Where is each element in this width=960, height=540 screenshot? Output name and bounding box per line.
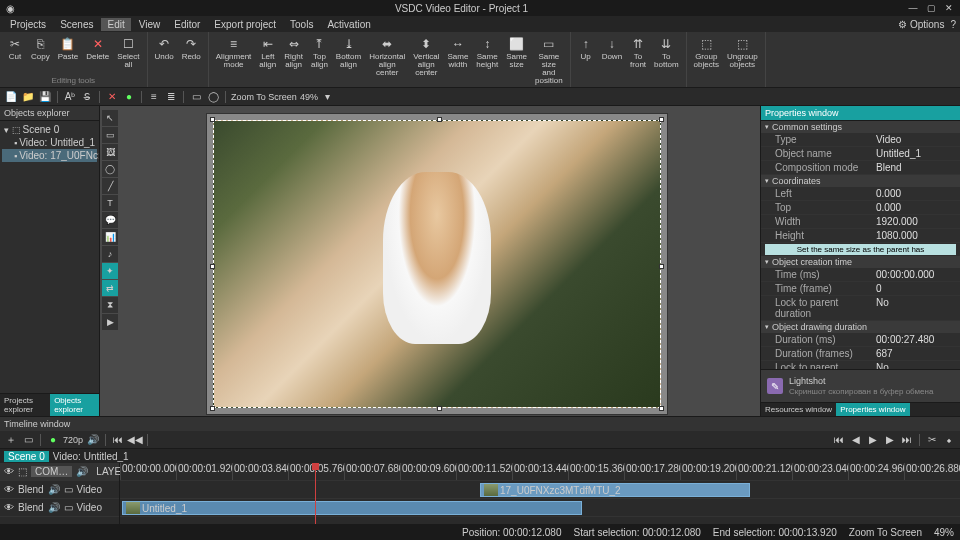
text-tool-icon[interactable]: T <box>102 195 118 211</box>
tl-step-back-icon[interactable]: ◀ <box>849 433 863 447</box>
prop-row[interactable]: Duration (frames)687 <box>761 347 960 361</box>
down-button[interactable]: ↓Down <box>599 34 625 63</box>
timeline-track[interactable]: Untitled_1 <box>120 499 960 517</box>
tl-speaker-icon[interactable]: 🔊 <box>86 433 100 447</box>
chart-tool-icon[interactable]: 📊 <box>102 229 118 245</box>
options-gear-icon[interactable]: ⚙ Options <box>898 19 944 30</box>
vertical-align-center-button[interactable]: ⬍Verticalaligncenter <box>410 34 442 79</box>
menu-view[interactable]: View <box>133 18 167 31</box>
tree-item[interactable]: ▪ Video: Untitled_1 <box>2 136 97 149</box>
resize-handle[interactable] <box>210 406 215 411</box>
prop-row[interactable]: Top0.000 <box>761 201 960 215</box>
group-objects-button[interactable]: ⬚Groupobjects <box>691 34 722 71</box>
redo-button[interactable]: ↷Redo <box>179 34 204 63</box>
tl-step-fwd-icon[interactable]: ▶ <box>883 433 897 447</box>
resize-handle[interactable] <box>210 264 215 269</box>
prop-section[interactable]: Coordinates <box>761 175 960 187</box>
tl-prev-icon[interactable]: ⏮ <box>111 433 125 447</box>
select-all-button[interactable]: ☐Selectall <box>114 34 142 71</box>
object-tree[interactable]: ▾ ⬚ Scene 0 ▪ Video: Untitled_1 ▪ Video:… <box>0 121 99 393</box>
playhead[interactable] <box>315 463 316 524</box>
to-bottom-button[interactable]: ⇊Tobottom <box>651 34 681 71</box>
prop-row[interactable]: Composition modeBlend <box>761 161 960 175</box>
maximize-button[interactable]: ▢ <box>926 3 936 13</box>
track-row[interactable]: 👁Blend🔊▭Video <box>0 481 119 499</box>
record-icon[interactable]: ● <box>122 90 136 104</box>
close-button[interactable]: ✕ <box>944 3 954 13</box>
prop-section[interactable]: Object drawing duration <box>761 321 960 333</box>
tree-item[interactable]: ▪ Video: 17_U0FNc:c3MTdfM <box>2 149 97 162</box>
prop-row[interactable]: Height1080.000 <box>761 229 960 243</box>
prop-row[interactable]: Lock to parent durationNo <box>761 361 960 369</box>
prop-row[interactable]: Lock to parent durationNo <box>761 296 960 321</box>
menu-editor[interactable]: Editor <box>168 18 206 31</box>
align-c-icon[interactable]: ≣ <box>164 90 178 104</box>
align-l-icon[interactable]: ≡ <box>147 90 161 104</box>
timeline-clip[interactable]: 17_U0FNXzc3MTdfMTU_2 <box>480 483 750 497</box>
tab-resources[interactable]: Resources window <box>761 403 836 416</box>
up-button[interactable]: ↑Up <box>575 34 597 63</box>
image-tool-icon[interactable]: 🖼 <box>102 144 118 160</box>
delete2-icon[interactable]: ✕ <box>105 90 119 104</box>
prop-row[interactable]: Object nameUntitled_1 <box>761 147 960 161</box>
tab-properties[interactable]: Properties window <box>836 403 909 416</box>
same-height-button[interactable]: ↕Sameheight <box>473 34 501 71</box>
prop-row[interactable]: Time (frame)0 <box>761 282 960 296</box>
font-icon[interactable]: Aᵇ <box>63 90 77 104</box>
same-size-and-position-button[interactable]: ▭Samesizeandposition <box>532 34 566 87</box>
same-width-button[interactable]: ↔Samewidth <box>444 34 471 71</box>
resize-handle[interactable] <box>437 406 442 411</box>
menu-export-project[interactable]: Export project <box>208 18 282 31</box>
rect-icon[interactable]: ▭ <box>189 90 203 104</box>
animation-tool-icon[interactable]: ▶ <box>102 314 118 330</box>
tl-resolution[interactable]: 720p <box>63 435 83 445</box>
open-icon[interactable]: 📁 <box>21 90 35 104</box>
resize-handle[interactable] <box>437 117 442 122</box>
zoom-dropdown-icon[interactable]: ▾ <box>321 90 335 104</box>
ungroup-objects-button[interactable]: ⬚Ungroupobjects <box>724 34 761 71</box>
shape-tool-icon[interactable]: ◯ <box>102 161 118 177</box>
circle-icon[interactable]: ◯ <box>206 90 220 104</box>
minimize-button[interactable]: — <box>908 3 918 13</box>
undo-button[interactable]: ↶Undo <box>152 34 177 63</box>
delete-button[interactable]: ✕Delete <box>83 34 112 63</box>
properties-list[interactable]: Common settingsTypeVideoObject nameUntit… <box>761 121 960 369</box>
strike-icon[interactable]: S̶ <box>80 90 94 104</box>
notification[interactable]: ✎ Lightshot Скриншот скопирован в буфер … <box>761 369 960 402</box>
transition-tool-icon[interactable]: ⇄ <box>102 280 118 296</box>
paste-button[interactable]: 📋Paste <box>55 34 81 63</box>
breadcrumb-video[interactable]: Video: Untitled_1 <box>53 451 129 462</box>
tl-skip-end-icon[interactable]: ⏭ <box>900 433 914 447</box>
prop-action-button[interactable]: Set the same size as the parent has <box>765 244 956 255</box>
zoom-value[interactable]: 49% <box>300 92 318 102</box>
video-frame[interactable] <box>213 120 661 408</box>
top-align-button[interactable]: ⤒Topalign <box>308 34 331 71</box>
tooltip-tool-icon[interactable]: 💬 <box>102 212 118 228</box>
menu-tools[interactable]: Tools <box>284 18 319 31</box>
copy-button[interactable]: ⎘Copy <box>28 34 53 63</box>
to-front-button[interactable]: ⇈Tofront <box>627 34 649 71</box>
tl-rewind-icon[interactable]: ◀◀ <box>128 433 142 447</box>
line-tool-icon[interactable]: ╱ <box>102 178 118 194</box>
timeline-tracks[interactable]: 00:00:00.00000:00:01.92000:00:03.84000:0… <box>120 463 960 524</box>
prop-section[interactable]: Common settings <box>761 121 960 133</box>
same-size-button[interactable]: ⬜Samesize <box>503 34 530 71</box>
prop-row[interactable]: Left0.000 <box>761 187 960 201</box>
prop-row[interactable]: Duration (ms)00:00:27.480 <box>761 333 960 347</box>
help-icon[interactable]: ? <box>950 19 956 30</box>
resize-handle[interactable] <box>210 117 215 122</box>
cut-button[interactable]: ✂Cut <box>4 34 26 63</box>
tl-play-icon[interactable]: ● <box>46 433 60 447</box>
fx-tool-icon[interactable]: ✦ <box>102 263 118 279</box>
resize-handle[interactable] <box>659 117 664 122</box>
menu-scenes[interactable]: Scenes <box>54 18 99 31</box>
tl-rect-icon[interactable]: ▭ <box>21 433 35 447</box>
tl-play2-icon[interactable]: ▶ <box>866 433 880 447</box>
tl-marker-icon[interactable]: ⬥ <box>942 433 956 447</box>
tl-tab-com[interactable]: COM… <box>31 466 72 477</box>
resize-handle[interactable] <box>659 264 664 269</box>
bottom-align-button[interactable]: ⤓Bottomalign <box>333 34 364 71</box>
tree-scene[interactable]: ▾ ⬚ Scene 0 <box>2 123 97 136</box>
tl-cut-icon[interactable]: ✂ <box>925 433 939 447</box>
prop-row[interactable]: Time (ms)00:00:00.000 <box>761 268 960 282</box>
